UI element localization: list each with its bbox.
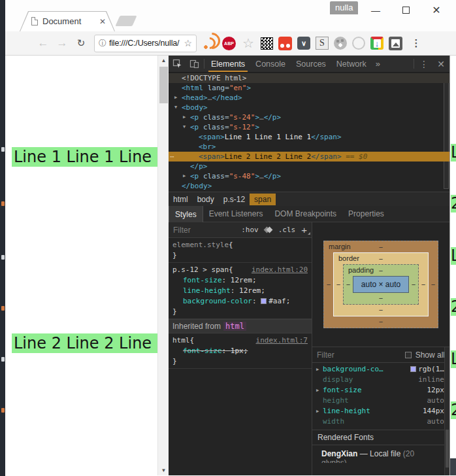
dom-tree-row[interactable]: ▶<p class="s-48">…</p> — [169, 171, 449, 181]
more-tabs-icon[interactable]: » — [372, 56, 384, 72]
computed-property-row[interactable]: ▶background-co…rgb(1… — [312, 364, 449, 375]
back-button[interactable]: ← — [37, 37, 50, 50]
ring-icon[interactable] — [352, 37, 365, 50]
dom-tree-row[interactable]: ▼<body> — [169, 103, 449, 112]
scrollbar-thumb[interactable] — [159, 67, 168, 103]
breadcrumb-span[interactable]: span — [250, 194, 276, 205]
computed-property-row[interactable]: ▶font-size12px — [312, 385, 449, 396]
fav-star-icon[interactable]: ☆ — [241, 36, 255, 50]
tab-event-listeners[interactable]: Event Listeners — [203, 206, 269, 222]
expand-icon[interactable]: ▶ — [183, 112, 186, 122]
color-swatch[interactable] — [410, 366, 416, 372]
stylish-icon[interactable]: S — [316, 37, 329, 50]
box-model-margin[interactable]: margin − − border − − — [323, 241, 438, 328]
border-bottom-value[interactable]: − — [334, 305, 428, 315]
style-property[interactable]: line-height: 12rem; — [172, 286, 308, 296]
reddots-icon[interactable] — [278, 37, 292, 50]
computed-scrollbar[interactable] — [444, 347, 449, 475]
breadcrumb-p.s-12[interactable]: p.s-12 — [219, 194, 250, 205]
padding-right-value[interactable]: − — [409, 280, 418, 288]
cls-toggle[interactable]: .cls — [278, 226, 296, 234]
dom-tree-row[interactable]: </body> — [169, 181, 449, 191]
rss-icon[interactable] — [203, 36, 217, 50]
device-toolbar-icon[interactable] — [186, 56, 203, 72]
border-left-value[interactable]: − — [334, 280, 343, 288]
tab-network[interactable]: Network — [331, 56, 372, 72]
scroll-up-icon[interactable]: ▲ — [158, 56, 169, 65]
tab-close-icon[interactable]: ✕ — [99, 17, 106, 26]
dom-tree-row[interactable]: <br> — [169, 142, 449, 152]
browser-menu-icon[interactable]: ⋮ — [410, 37, 422, 49]
abp-icon[interactable]: ABP — [222, 37, 236, 50]
tab-dom-breakpoints[interactable]: DOM Breakpoints — [269, 206, 342, 222]
computed-scrollbar-thumb[interactable] — [446, 430, 449, 468]
dom-tree-row[interactable]: ▼<p class="s-12"> — [169, 122, 449, 132]
box-model-content[interactable]: auto × auto — [353, 276, 409, 293]
style-property[interactable]: font-size: 12rem; — [172, 275, 308, 286]
tab-properties[interactable]: Properties — [342, 206, 390, 222]
box-model-padding[interactable]: padding − − auto × auto − — [343, 264, 419, 305]
palette-icon[interactable] — [334, 37, 347, 50]
dom-tree-row[interactable]: ▶<head>…</head> — [169, 93, 449, 103]
scroll-down-icon[interactable]: ▼ — [158, 466, 169, 475]
hov-toggle[interactable]: :hov — [241, 226, 259, 234]
padding-bottom-value[interactable]: − — [344, 293, 418, 303]
expand-icon[interactable]: ▶ — [183, 171, 186, 181]
element-state-icon[interactable] — [264, 226, 273, 234]
qr-icon[interactable] — [261, 37, 273, 50]
computed-property-row[interactable]: widthauto — [312, 416, 449, 427]
collapse-icon[interactable]: ▼ — [183, 122, 186, 132]
margin-right-value[interactable]: − — [429, 280, 438, 288]
bookmark-star-icon[interactable]: ☆ — [184, 38, 192, 48]
tab-elements[interactable]: Elements — [206, 56, 250, 72]
download-icon[interactable]: ↓ — [370, 37, 383, 50]
dom-tree-row[interactable]: <html lang="en"> — [169, 83, 449, 93]
row-actions-icon[interactable]: ⋯ — [170, 152, 174, 162]
source-link[interactable]: index.html:7 — [256, 335, 308, 346]
minimize-button[interactable]: — — [366, 3, 385, 18]
computed-filter-input[interactable]: Filter — [317, 350, 405, 360]
show-all-checkbox[interactable] — [405, 352, 412, 358]
collapse-icon[interactable]: ▼ — [174, 103, 177, 112]
image-icon[interactable] — [389, 37, 402, 50]
profile-badge[interactable]: nulla — [330, 1, 358, 14]
devtools-close-icon[interactable]: ✕ — [432, 56, 449, 72]
tab-sources[interactable]: Sources — [291, 56, 331, 72]
breadcrumb-html[interactable]: html — [169, 194, 193, 205]
box-model-border[interactable]: border − − padding − — [333, 252, 429, 316]
tab-styles[interactable]: Styles — [169, 206, 203, 222]
dom-tree-row[interactable]: </p> — [169, 162, 449, 171]
page-scrollbar[interactable]: ▲ ▼ — [157, 56, 169, 475]
maximize-button[interactable] — [396, 3, 415, 18]
dom-tree-row[interactable]: </html> — [169, 191, 449, 192]
url-text[interactable]: file:///C:/Users/nulla/ — [109, 39, 181, 48]
inspect-element-icon[interactable] — [169, 56, 186, 72]
inherited-from-link[interactable]: html — [223, 322, 246, 331]
browser-tab[interactable]: Document ✕ — [20, 11, 115, 31]
page-info-icon[interactable]: ⓘ — [99, 38, 106, 49]
dom-tree-row[interactable]: <!DOCTYPE html> — [169, 73, 449, 83]
new-style-rule-icon[interactable]: + — [301, 224, 307, 235]
expand-icon[interactable]: ▶ — [316, 406, 323, 416]
address-bar[interactable]: ⓘ file:///C:/Users/nulla/ ☆ — [94, 35, 197, 52]
computed-property-row[interactable]: ▶line-height144px — [312, 406, 449, 416]
color-swatch[interactable] — [261, 298, 267, 304]
dom-tree-row[interactable]: <span>Line 1 Line 1 Line 1</span> — [169, 132, 449, 142]
dom-tree-row[interactable]: ⋯<span>Line 2 Line 2 Line 2</span> == $0 — [169, 152, 449, 162]
styles-filter-input[interactable]: Filter — [173, 226, 236, 235]
computed-property-row[interactable]: heightauto — [312, 396, 449, 406]
dom-tree-row[interactable]: ▶<p class="s-24">…</p> — [169, 112, 449, 122]
close-button[interactable]: ✕ — [427, 3, 446, 18]
expand-icon[interactable]: ▶ — [174, 93, 177, 103]
pocket-icon[interactable]: ∨ — [297, 37, 310, 50]
expand-icon[interactable]: ▶ — [316, 364, 323, 375]
reload-button[interactable]: ↻ — [74, 37, 88, 49]
padding-left-value[interactable]: − — [344, 280, 353, 288]
computed-property-row[interactable]: displayinline — [312, 375, 449, 385]
tab-console[interactable]: Console — [250, 56, 291, 72]
source-link[interactable]: index.html:20 — [252, 265, 308, 275]
breadcrumb-body[interactable]: body — [193, 194, 219, 205]
margin-bottom-value[interactable]: − — [324, 316, 438, 327]
expand-icon[interactable]: ▶ — [316, 385, 323, 396]
new-tab-button[interactable] — [115, 16, 137, 26]
